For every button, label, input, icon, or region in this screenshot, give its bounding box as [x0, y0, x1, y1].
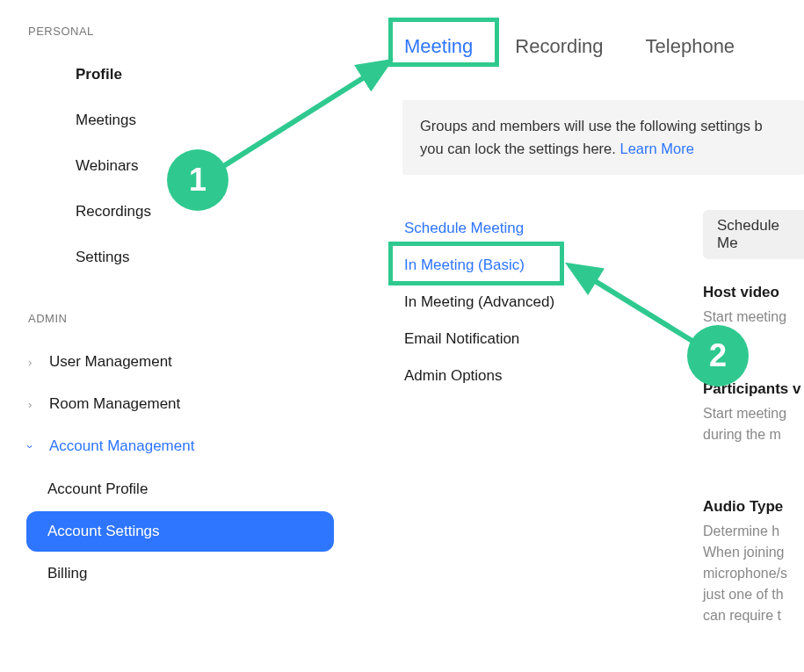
- tab-meeting[interactable]: Meeting: [404, 32, 473, 61]
- tab-telephone[interactable]: Telephone: [646, 32, 735, 61]
- sidebar-sub-billing[interactable]: Billing: [26, 553, 334, 594]
- sidebar-admin-room-management[interactable]: › Room Management: [0, 383, 360, 425]
- setting-desc: Determine h When joining microphone/s ju…: [703, 521, 804, 626]
- svg-line-3: [569, 265, 695, 343]
- annotation-arrow-1: [218, 53, 402, 176]
- annotation-arrow-2: [559, 255, 708, 360]
- setting-audio-type: Audio Type Determine h When joining micr…: [703, 498, 804, 626]
- tab-recording[interactable]: Recording: [515, 32, 603, 61]
- sidebar-sub-account-profile[interactable]: Account Profile: [26, 469, 334, 509]
- info-text: Groups and members will use the followin…: [420, 118, 763, 134]
- admin-item-label: Account Management: [49, 437, 194, 455]
- learn-more-link[interactable]: Learn More: [619, 141, 693, 156]
- chevron-right-icon: ›: [28, 398, 32, 411]
- setting-desc: Start meeting during the m: [703, 403, 804, 445]
- sidebar-admin-account-management[interactable]: › Account Management: [0, 425, 360, 467]
- svg-line-1: [222, 61, 389, 167]
- sidebar-sub-account-settings[interactable]: Account Settings: [26, 511, 334, 552]
- setting-title: Host video: [703, 284, 804, 301]
- admin-item-label: Room Management: [49, 395, 180, 413]
- sub-nav-admin-options[interactable]: Admin Options: [404, 358, 668, 394]
- settings-section-header: Schedule Me: [703, 210, 804, 259]
- sidebar-admin-user-management[interactable]: › User Management: [0, 341, 360, 383]
- admin-header: ADMIN: [0, 282, 360, 341]
- setting-title: Audio Type: [703, 498, 804, 516]
- chevron-down-icon: ›: [24, 444, 37, 448]
- admin-item-label: User Management: [49, 353, 172, 371]
- info-text-2: you can lock the settings here.: [420, 141, 619, 156]
- annotation-circle-2: 2: [687, 325, 749, 387]
- chevron-right-icon: ›: [28, 356, 32, 369]
- personal-header: PERSONAL: [0, 25, 360, 54]
- setting-participants: Participants v Start meeting during the …: [703, 380, 804, 445]
- setting-host-video: Host video Start meeting: [703, 284, 804, 328]
- info-box: Groups and members will use the followin…: [402, 100, 804, 175]
- sub-nav-schedule-meeting[interactable]: Schedule Meeting: [404, 210, 668, 247]
- sidebar-item-settings[interactable]: Settings: [26, 236, 334, 278]
- tabs: Meeting Recording Telephone: [360, 32, 804, 61]
- annotation-circle-1: 1: [167, 149, 228, 211]
